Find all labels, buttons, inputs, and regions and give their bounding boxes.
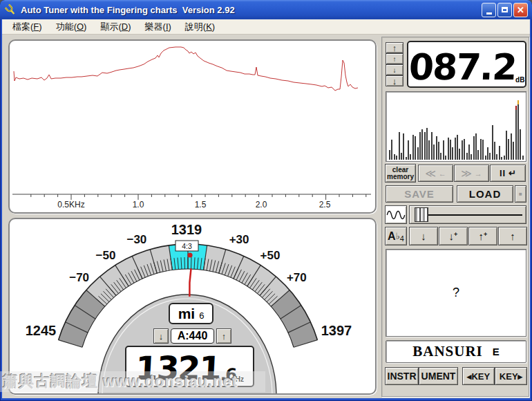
histogram-bar <box>412 135 414 160</box>
menu-item-O[interactable]: 功能(O) <box>50 19 93 35</box>
histogram-bar <box>520 129 521 160</box>
tuning-needle <box>189 268 191 297</box>
plus-mark: + <box>484 231 487 238</box>
histogram-bar <box>419 132 421 160</box>
reference-up-button[interactable]: ↑ <box>216 328 231 344</box>
level-down-button[interactable]: ↓ <box>386 64 403 75</box>
level-up-button[interactable]: ↑ <box>386 53 403 64</box>
note-display-button[interactable]: A ♭ 4 <box>385 227 407 245</box>
note-octave: 6 <box>199 310 204 321</box>
load-label: LOAD <box>469 188 502 200</box>
arrow-up-bold-icon: ↑ <box>510 230 515 242</box>
level-unit: dB <box>515 76 524 84</box>
instrument-next-button[interactable]: UMENT <box>419 367 458 385</box>
tuning-fork-icon <box>4 3 17 16</box>
instrument-prev-button[interactable]: INSTR <box>385 367 419 385</box>
histogram-bar <box>403 133 404 160</box>
stop-button[interactable]: ■ <box>515 185 526 203</box>
forward-icon: ≫ <box>461 167 472 180</box>
reference-pitch-display: A:440 <box>171 328 214 344</box>
histogram-bar <box>428 140 430 160</box>
spectrum-line <box>14 47 358 91</box>
save-button[interactable]: SAVE <box>386 185 453 203</box>
svg-text:4:3: 4:3 <box>182 242 192 250</box>
histogram-bar <box>457 135 458 160</box>
menu-bar: 檔案(F)功能(O)顯示(D)樂器(I)說明(K) <box>2 19 530 35</box>
level-up-fast-button[interactable]: ↑ <box>386 42 403 53</box>
histogram-bar <box>522 156 524 160</box>
histogram-bar <box>415 136 416 160</box>
key-left-label: ◂KEY <box>467 371 490 382</box>
client-area: 0.5KHz1.01.52.02.5 −70−50−30+30+50+70131… <box>2 35 530 398</box>
histogram-bar <box>399 132 400 160</box>
arrow-down-bold-icon: ↓ <box>449 230 455 242</box>
menu-item-D[interactable]: 顯示(D) <box>94 19 137 35</box>
maximize-button[interactable] <box>497 3 512 17</box>
forward-button[interactable]: ≫→ <box>454 165 489 182</box>
svg-text:1.0: 1.0 <box>133 200 144 209</box>
histogram-bar <box>482 140 484 160</box>
clear-memory-button[interactable]: clear memory <box>385 164 416 183</box>
plus-mark: + <box>454 231 457 238</box>
pause-button[interactable]: II↵ <box>490 165 526 182</box>
close-icon: ✕ <box>517 6 524 15</box>
tone-generator-button[interactable] <box>385 205 407 224</box>
histogram-bar <box>480 139 482 160</box>
svg-text:+50: +50 <box>260 249 281 262</box>
fine-down-button[interactable]: ↓+ <box>439 227 468 245</box>
slider-thumb[interactable] <box>415 207 428 222</box>
histogram-bar <box>406 157 407 160</box>
semitone-down-button[interactable]: ↓ <box>409 227 438 245</box>
histogram-bar <box>433 144 435 160</box>
slider-track <box>428 214 522 216</box>
histogram-bar <box>515 106 517 160</box>
histogram-bar <box>438 142 439 160</box>
tuner-gauge-panel: −70−50−30+30+50+701319124513974:3 mi 6 ↓… <box>8 218 377 395</box>
histogram-bar <box>389 150 390 160</box>
histogram-bar <box>504 156 505 160</box>
histogram-bar <box>517 100 519 160</box>
volume-slider[interactable] <box>409 205 526 224</box>
minimize-button[interactable] <box>482 3 496 17</box>
histogram-bar <box>475 133 477 160</box>
histogram-bar <box>396 156 397 160</box>
histogram-bar <box>496 154 497 160</box>
rewind-button[interactable]: ≪← <box>418 165 453 182</box>
histogram-bar <box>410 154 411 160</box>
key-down-button[interactable]: ◂KEY <box>462 367 495 385</box>
histogram-bar <box>459 149 460 160</box>
histogram-bar <box>417 147 419 160</box>
svg-text:2.5: 2.5 <box>319 200 331 209</box>
level-down-fast-button[interactable]: ↓ <box>386 75 403 86</box>
instrument-name-box: BANSURI E <box>386 340 526 363</box>
histogram-bar <box>471 154 472 160</box>
clear-memory-label-1: clear <box>392 167 408 174</box>
histogram-bar <box>485 156 486 160</box>
menu-item-I[interactable]: 樂器(I) <box>139 19 178 35</box>
svg-text:+30: +30 <box>229 233 249 246</box>
svg-text:2.0: 2.0 <box>256 200 267 209</box>
fine-up-button[interactable]: ↑+ <box>468 227 497 245</box>
note-letter: A <box>388 230 396 243</box>
load-button[interactable]: LOAD <box>457 185 513 203</box>
reference-down-button[interactable]: ↓ <box>153 328 169 344</box>
menu-item-K[interactable]: 說明(K) <box>179 19 221 35</box>
close-button[interactable]: ✕ <box>513 3 528 17</box>
svg-text:1.5: 1.5 <box>195 200 207 209</box>
histogram-bar <box>445 156 446 160</box>
title-bar[interactable]: Auto Tuner with the Fingering charts Ver… <box>0 0 532 19</box>
menu-item-F[interactable]: 檔案(F) <box>6 19 48 35</box>
svg-text:−30: −30 <box>126 233 146 246</box>
instr-label: INSTR <box>388 371 417 382</box>
spectrum-panel: 0.5KHz1.01.52.02.5 <box>8 39 377 214</box>
arrow-left-icon: ← <box>439 169 446 178</box>
semitone-up-button[interactable]: ↑ <box>498 227 527 245</box>
arrow-right-icon: → <box>475 169 482 178</box>
rewind-icon: ≪ <box>425 167 436 180</box>
svg-text:−70: −70 <box>69 271 89 284</box>
instrument-key: E <box>493 346 500 357</box>
histogram-bar <box>448 138 449 160</box>
spectrum-chart: 0.5KHz1.01.52.02.5 <box>10 41 375 212</box>
svg-text:0.5KHz: 0.5KHz <box>57 200 84 209</box>
key-up-button[interactable]: KEY▸ <box>495 367 527 385</box>
